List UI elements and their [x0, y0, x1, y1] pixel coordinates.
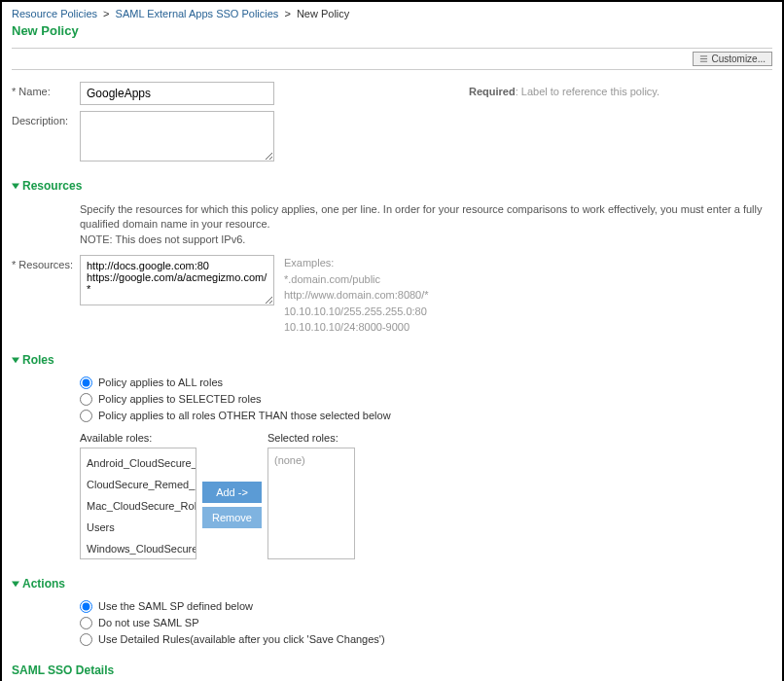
svg-marker-3	[12, 184, 19, 190]
chevron-down-icon	[12, 580, 19, 588]
section-resources[interactable]: Resources	[12, 179, 772, 193]
description-textarea[interactable]	[80, 111, 274, 161]
roles-radio-group: Policy applies to ALL roles Policy appli…	[80, 376, 772, 422]
section-roles[interactable]: Roles	[12, 353, 772, 367]
action-radio-no-sp[interactable]: Do not use SAML SP	[80, 617, 772, 629]
available-roles-list[interactable]: Android_CloudSecure_Role CloudSecure_Rem…	[80, 448, 196, 559]
resources-textarea[interactable]: http://docs.google.com:80 https://google…	[80, 255, 274, 305]
list-item[interactable]: Users	[83, 517, 194, 538]
resources-help: Specify the resources for which this pol…	[80, 202, 772, 247]
list-item[interactable]: Mac_CloudSecure_Role	[83, 495, 194, 517]
list-item[interactable]: Windows_CloudSecure_Role	[83, 538, 194, 559]
name-label: * Name:	[12, 82, 80, 105]
name-input[interactable]	[80, 82, 274, 105]
required-note: Required: Label to reference this policy…	[469, 82, 659, 105]
actions-radio-group: Use the SAML SP defined below Do not use…	[80, 600, 772, 646]
page-title: New Policy	[12, 23, 772, 38]
roles-radio-other[interactable]: Policy applies to all roles OTHER THAN t…	[80, 410, 772, 422]
add-role-button[interactable]: Add ->	[202, 482, 262, 503]
roles-radio-all[interactable]: Policy applies to ALL roles	[80, 376, 772, 389]
selected-roles-list[interactable]: (none)	[267, 448, 355, 559]
selected-roles-placeholder: (none)	[270, 452, 352, 468]
breadcrumb: Resource Policies > SAML External Apps S…	[12, 8, 772, 19]
roles-radio-selected[interactable]: Policy applies to SELECTED roles	[80, 393, 772, 406]
selected-roles-label: Selected roles:	[267, 432, 355, 444]
section-actions[interactable]: Actions	[12, 577, 772, 591]
saml-sso-details-header: SAML SSO Details	[12, 663, 772, 677]
breadcrumb-link-1[interactable]: Resource Policies	[12, 8, 97, 19]
svg-marker-4	[12, 357, 19, 363]
description-label: Description:	[12, 111, 80, 161]
resources-examples: Examples: *.domain.com/public http://www…	[284, 255, 429, 336]
remove-role-button[interactable]: Remove	[202, 507, 262, 528]
svg-marker-5	[12, 581, 19, 587]
chevron-down-icon	[12, 182, 19, 190]
available-roles-label: Available roles:	[80, 432, 196, 444]
customize-bar: Customize...	[12, 48, 772, 70]
resources-label: * Resources:	[12, 255, 80, 336]
customize-button[interactable]: Customize...	[693, 52, 772, 66]
action-radio-detailed[interactable]: Use Detailed Rules(available after you c…	[80, 633, 772, 646]
list-item[interactable]: CloudSecure_Remed_Role	[83, 474, 194, 495]
action-radio-use-sp[interactable]: Use the SAML SP defined below	[80, 600, 772, 613]
chevron-down-icon	[12, 356, 19, 364]
breadcrumb-current: New Policy	[297, 8, 349, 19]
list-icon	[699, 54, 708, 63]
breadcrumb-link-2[interactable]: SAML External Apps SSO Policies	[116, 8, 279, 19]
list-item[interactable]: Android_CloudSecure_Role	[83, 452, 194, 474]
